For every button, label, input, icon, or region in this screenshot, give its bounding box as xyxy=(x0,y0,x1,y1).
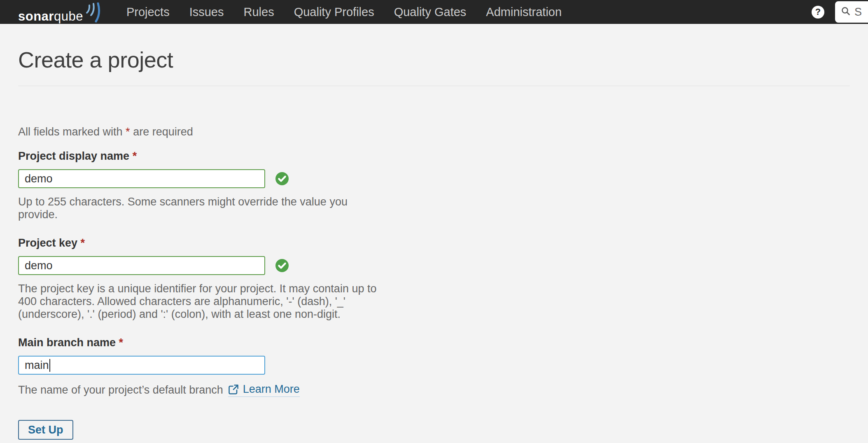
required-note-suffix: are required xyxy=(133,126,193,138)
set-up-button[interactable]: Set Up xyxy=(18,420,73,440)
project-key-required-mark: * xyxy=(81,237,85,249)
nav-item-quality-gates[interactable]: Quality Gates xyxy=(394,0,467,24)
text-caret xyxy=(49,359,50,372)
learn-more-label: Learn More xyxy=(243,383,300,396)
help-line: 400 characters. Allowed characters are a… xyxy=(18,295,868,308)
help-line: provide. xyxy=(18,208,868,221)
search-placeholder-text: S xyxy=(854,6,862,19)
project-display-name-help: Up to 255 characters. Some scanners migh… xyxy=(18,196,868,221)
project-display-name-required-mark: * xyxy=(133,150,137,162)
help-line: The project key is a unique identifier f… xyxy=(18,282,868,295)
nav-item-rules[interactable]: Rules xyxy=(243,0,274,24)
required-note-prefix: All fields marked with xyxy=(18,126,123,138)
page-header: Create a project xyxy=(18,24,850,86)
logo-text-qube: qube xyxy=(54,9,83,24)
search-icon xyxy=(841,7,850,17)
main-branch-name-required-mark: * xyxy=(119,336,124,349)
project-display-name-label-text: Project display name xyxy=(18,150,129,162)
project-key-label-text: Project key xyxy=(18,237,77,249)
required-fields-note: All fields marked with * are required xyxy=(18,126,868,138)
main-navigation: Projects Issues Rules Quality Profiles Q… xyxy=(126,0,562,24)
branch-help-text: The name of your project’s default branc… xyxy=(18,384,223,396)
sonar-waves-icon xyxy=(84,2,103,25)
top-navbar: sonar qube Projects Issues Rules Quality… xyxy=(0,0,868,24)
project-key-help: The project key is a unique identifier f… xyxy=(18,282,868,321)
main-branch-name-help: The name of your project’s default branc… xyxy=(18,383,868,397)
page-title: Create a project xyxy=(18,47,850,72)
header-divider xyxy=(18,86,850,86)
learn-more-link[interactable]: Learn More xyxy=(228,383,300,397)
project-display-name-input[interactable]: demo xyxy=(18,169,265,188)
field-project-key: Project key * demo The project key is a … xyxy=(18,237,868,321)
main-branch-name-label: Main branch name * xyxy=(18,336,868,349)
project-key-label: Project key * xyxy=(18,237,868,249)
project-display-name-label: Project display name * xyxy=(18,150,868,163)
nav-item-quality-profiles[interactable]: Quality Profiles xyxy=(294,0,374,24)
main-branch-name-input[interactable]: main xyxy=(18,356,265,375)
required-note-asterisk: * xyxy=(126,126,130,138)
help-line: (underscore), '.' (period) and ':' (colo… xyxy=(18,308,868,321)
create-project-form: All fields marked with * are required Pr… xyxy=(18,126,868,440)
nav-item-administration[interactable]: Administration xyxy=(486,0,562,24)
nav-item-projects[interactable]: Projects xyxy=(126,0,170,24)
project-key-value: demo xyxy=(25,259,53,272)
project-display-name-value: demo xyxy=(25,173,53,185)
help-line: Up to 255 characters. Some scanners migh… xyxy=(18,196,868,208)
main-branch-name-value: main xyxy=(25,359,49,372)
navbar-right-section: ? S xyxy=(812,0,868,24)
project-key-input[interactable]: demo xyxy=(18,256,265,275)
global-search-input[interactable]: S xyxy=(835,1,868,23)
logo-text-sonar: sonar xyxy=(18,9,54,24)
nav-item-issues[interactable]: Issues xyxy=(189,0,224,24)
external-link-icon xyxy=(228,384,239,395)
main-branch-name-label-text: Main branch name xyxy=(18,336,116,349)
sonarqube-logo[interactable]: sonar qube xyxy=(18,0,103,24)
field-main-branch-name: Main branch name * main The name of your… xyxy=(18,336,868,397)
valid-check-icon xyxy=(275,172,289,186)
field-project-display-name: Project display name * demo Up to 255 ch… xyxy=(18,150,868,221)
help-icon[interactable]: ? xyxy=(812,6,824,19)
valid-check-icon xyxy=(275,259,289,273)
